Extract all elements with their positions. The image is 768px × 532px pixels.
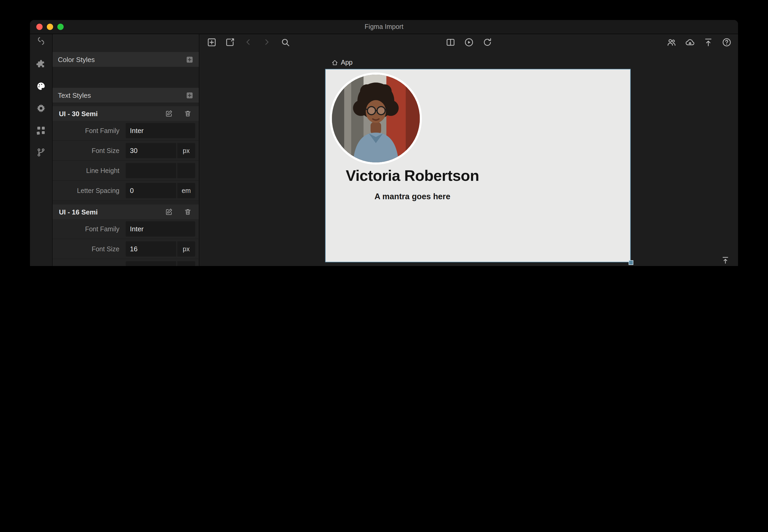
color-styles-header: Color Styles — [53, 52, 199, 67]
line-height-input[interactable] — [126, 163, 176, 178]
font-family-input[interactable]: Inter — [126, 221, 195, 237]
home-icon — [331, 59, 338, 66]
profile-photo[interactable] — [330, 73, 422, 165]
titlebar: Figma Import — [30, 20, 738, 34]
collapse-top-icon — [721, 255, 730, 265]
font-family-row: Font Family Inter — [53, 121, 199, 141]
font-size-unit[interactable]: px — [177, 143, 195, 158]
font-size-row: Font Size 16 px — [53, 239, 199, 259]
upload-icon — [703, 37, 713, 47]
letter-spacing-row: Letter Spacing 0 em — [53, 181, 199, 201]
main-toolbar — [200, 34, 738, 50]
cloud-sync-icon — [685, 37, 695, 47]
vector-tool-icon — [36, 36, 46, 46]
gear-icon — [36, 103, 46, 114]
refresh-button[interactable] — [481, 36, 494, 48]
color-styles-list-empty — [53, 67, 199, 88]
line-height-unit[interactable] — [177, 163, 195, 178]
chevron-left-icon — [243, 37, 253, 47]
edit-style-button[interactable] — [164, 207, 174, 217]
rail-item-components[interactable] — [35, 124, 47, 137]
line-height-label: Line Height — [53, 265, 126, 266]
letter-spacing-unit[interactable]: em — [177, 183, 195, 198]
line-height-row: Line Height — [53, 161, 199, 181]
branch-icon — [36, 147, 46, 158]
add-text-style-button[interactable] — [185, 91, 193, 99]
breadcrumb-label: App — [341, 59, 353, 66]
text-styles-header: Text Styles — [53, 88, 199, 103]
chevron-right-icon — [262, 37, 271, 47]
delete-style-button[interactable] — [183, 207, 192, 217]
collapse-preview-button[interactable] — [720, 255, 731, 265]
edit-style-button[interactable] — [164, 109, 174, 118]
play-icon — [464, 37, 474, 47]
collaborators-button[interactable] — [665, 36, 678, 48]
add-color-style-button[interactable] — [185, 55, 193, 64]
font-size-label: Font Size — [53, 147, 126, 154]
breadcrumb[interactable]: App — [331, 59, 353, 66]
text-style-name: UI - 30 Semi — [59, 110, 98, 117]
font-family-label: Font Family — [53, 127, 126, 134]
help-button[interactable] — [720, 36, 733, 48]
play-button[interactable] — [463, 36, 475, 48]
font-size-input[interactable]: 30 — [126, 143, 176, 158]
text-style-name: UI - 16 Semi — [59, 208, 98, 216]
puzzle-icon — [36, 59, 46, 69]
text-style-entry-header: UI - 30 Semi — [53, 106, 199, 121]
name-bio-group[interactable]: Victoria Robertson A mantra goes here — [331, 167, 494, 201]
font-family-row: Font Family Inter — [53, 219, 199, 239]
font-family-input[interactable]: Inter — [126, 123, 195, 138]
palette-icon — [36, 81, 46, 91]
frame-name-text[interactable]: Victoria Robertson — [331, 167, 494, 185]
refresh-icon — [482, 37, 492, 47]
window-title: Figma Import — [30, 20, 738, 34]
rail-item-settings[interactable] — [35, 102, 47, 115]
app-window: Figma Import — [29, 19, 739, 266]
screen: Figma Import — [0, 0, 768, 266]
font-size-label: Font Size — [53, 245, 126, 253]
letter-spacing-input[interactable]: 0 — [126, 183, 176, 198]
add-frame-button[interactable] — [205, 36, 218, 48]
frame-mantra-text[interactable]: A mantra goes here — [331, 192, 494, 201]
back-button[interactable] — [242, 36, 254, 48]
line-height-row: Line Height — [53, 259, 199, 266]
rail-item-vector-tool[interactable] — [35, 35, 47, 47]
left-rail — [30, 34, 53, 266]
search-icon — [280, 37, 290, 47]
text-styles-title: Text Styles — [58, 91, 91, 99]
main-area: App — [200, 34, 738, 266]
font-size-unit[interactable]: px — [177, 241, 195, 257]
delete-style-button[interactable] — [183, 109, 192, 118]
avatar-illustration — [332, 75, 420, 162]
import-button[interactable] — [223, 36, 236, 48]
cloud-sync-button[interactable] — [683, 36, 696, 48]
font-size-row: Font Size 30 px — [53, 141, 199, 161]
users-icon — [666, 37, 676, 47]
rail-item-styles[interactable] — [35, 80, 47, 93]
line-height-label: Line Height — [53, 167, 126, 174]
font-family-label: Font Family — [53, 225, 126, 233]
rail-item-plugins[interactable] — [35, 58, 47, 70]
canvas[interactable]: App — [200, 50, 738, 266]
styles-panel: Color Styles Text Styles — [53, 34, 199, 266]
split-view-icon — [446, 37, 456, 47]
components-icon — [36, 125, 46, 136]
forward-button[interactable] — [260, 36, 273, 48]
line-height-input[interactable] — [126, 261, 176, 266]
selection-resize-handle[interactable] — [629, 260, 633, 265]
add-frame-icon — [206, 37, 216, 47]
split-view-button[interactable] — [444, 36, 457, 48]
font-size-input[interactable]: 16 — [126, 241, 176, 257]
publish-button[interactable] — [702, 36, 714, 48]
help-icon — [721, 37, 731, 47]
app-frame[interactable]: Victoria Robertson A mantra goes here — [325, 69, 631, 262]
search-button[interactable] — [279, 36, 291, 48]
import-icon — [225, 37, 235, 47]
line-height-unit[interactable] — [177, 261, 195, 266]
text-style-entry-header: UI - 16 Semi — [53, 204, 199, 219]
letter-spacing-label: Letter Spacing — [53, 187, 126, 194]
rail-item-branch[interactable] — [35, 146, 47, 159]
color-styles-title: Color Styles — [58, 55, 95, 63]
